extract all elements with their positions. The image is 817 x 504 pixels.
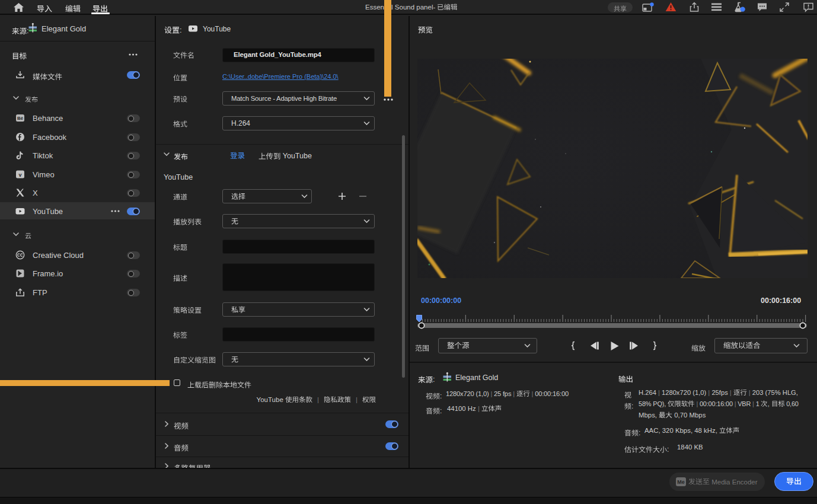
svg-text:Bė: Bė (17, 116, 24, 121)
svg-text:Me: Me (677, 479, 685, 485)
svg-text:v: v (18, 172, 21, 178)
